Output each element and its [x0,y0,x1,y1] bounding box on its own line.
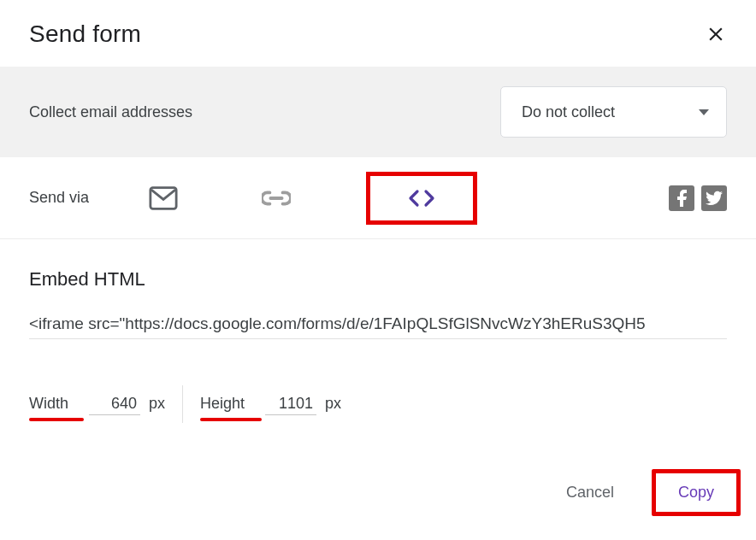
collect-email-label: Collect email addresses [29,103,192,121]
collect-email-select[interactable]: Do not collect [500,86,727,138]
height-label: Height [200,395,245,413]
collect-email-selected: Do not collect [522,103,615,121]
send-via-row: Send via [0,157,756,239]
height-unit: px [325,395,341,413]
width-group: Width px [29,393,165,415]
cancel-button[interactable]: Cancel [546,473,635,512]
social-share [669,185,727,211]
send-via-embed[interactable] [366,172,477,225]
dialog-footer: Cancel Copy [546,469,741,516]
send-via-label: Send via [29,189,89,207]
mail-icon [149,186,178,210]
embed-section: Embed HTML <iframe src="https://docs.goo… [0,239,756,339]
divider [182,385,183,423]
share-facebook[interactable] [669,185,694,211]
height-group: Height px [200,393,341,415]
twitter-icon [706,191,723,206]
share-twitter[interactable] [701,185,727,211]
width-unit: px [149,395,165,413]
facebook-icon [675,190,688,207]
dialog-header: Send form [0,0,756,67]
dialog-title: Send form [29,21,141,48]
link-icon [262,190,291,207]
embed-html-title: Embed HTML [29,268,727,291]
embed-icon [407,188,436,208]
embed-code-field[interactable]: <iframe src="https://docs.google.com/for… [29,314,727,339]
width-input[interactable] [89,393,140,415]
send-via-email[interactable] [142,179,185,217]
copy-button-highlight: Copy [652,469,741,516]
collect-email-row: Collect email addresses Do not collect [0,67,756,157]
height-input[interactable] [265,393,316,415]
copy-button[interactable]: Copy [658,475,735,510]
close-icon[interactable] [705,23,727,45]
chevron-down-icon [699,109,709,115]
send-via-link[interactable] [255,183,298,214]
width-label: Width [29,395,68,413]
dimensions-row: Width px Height px [0,385,756,423]
